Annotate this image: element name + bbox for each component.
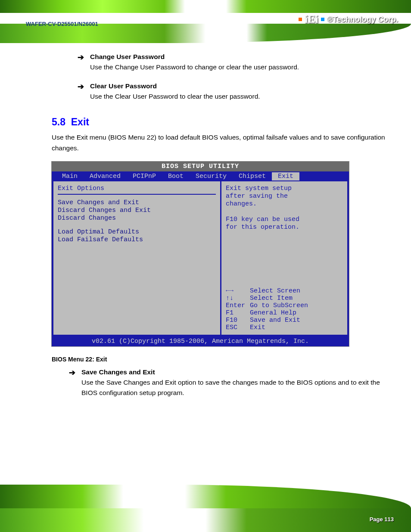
product-name: WAFER-CV-D25501/N26001 (26, 21, 98, 27)
logo-text: iEi (305, 13, 318, 26)
bios-key-desc: Exit (250, 324, 265, 331)
bios-tab-pcipnp[interactable]: PCIPnP (127, 172, 162, 180)
page-number: Page 113 (370, 516, 394, 523)
bios-key-desc: General Help (250, 309, 296, 317)
bios-right-panel: Exit system setupafter saving thechanges… (221, 181, 347, 335)
section-name: Exit (71, 116, 89, 128)
bios-footer: v02.61 (C)Copyright 1985-2006, American … (52, 336, 349, 346)
header-strip-1 (0, 0, 411, 13)
bios-title: BIOS SETUP UTILITY (52, 162, 349, 171)
bios-key: F1 (226, 309, 250, 317)
bios-key-row: ↑↓Select Item (226, 295, 343, 302)
bios-body: Exit Options Save Changes and ExitDiscar… (52, 181, 349, 336)
bullet-text: Use the Change User Password to change o… (90, 63, 299, 71)
page-footer-band: Page 113 (0, 485, 411, 532)
bios-help-line: changes. (226, 200, 343, 208)
page-header-band: iEi ®Technology Corp. WAFER-CV-D25501/N2… (0, 0, 411, 43)
bios-window: BIOS SETUP UTILITY MainAdvancedPCIPnPBoo… (52, 162, 349, 346)
bios-key-row: ←→Select Screen (226, 287, 343, 295)
bios-options-list: Save Changes and ExitDiscard Changes and… (58, 199, 216, 243)
section-paragraph: Use the Exit menu (BIOS Menu 22) to load… (52, 132, 385, 154)
bullet-save-changes-exit: ➔ Save Changes and Exit Use the Save Cha… (69, 367, 385, 398)
bullet-head: Save Changes and Exit (81, 368, 155, 376)
bios-help-text: Exit system setupafter saving thechanges… (226, 185, 343, 231)
figure-caption: BIOS Menu 22: Exit (52, 356, 385, 363)
bios-option[interactable]: Discard Changes and Exit (58, 207, 216, 214)
bios-key: ←→ (226, 287, 250, 295)
bios-tabs: MainAdvancedPCIPnPBootSecurityChipsetExi… (52, 171, 349, 181)
bios-tab-security[interactable]: Security (190, 172, 233, 180)
bios-left-title: Exit Options (58, 185, 216, 195)
bullet-clear-user-password: ➔ Clear User Password Use the Clear User… (78, 81, 385, 102)
bullet-head: Change User Password (90, 53, 165, 60)
bullet-text: Use the Clear User Password to clear the… (90, 93, 260, 100)
bullet-body: Save Changes and Exit Use the Save Chang… (81, 367, 385, 398)
bios-key: ESC (226, 324, 250, 331)
arrow-icon: ➔ (69, 368, 75, 377)
bios-tab-boot[interactable]: Boot (162, 172, 190, 180)
bios-tab-advanced[interactable]: Advanced (84, 172, 127, 180)
page-content: ➔ Change User Password Use the Change Us… (0, 52, 411, 407)
bullet-text: Use the Save Changes and Exit option to … (81, 379, 380, 396)
footer-strip-2 (0, 508, 411, 532)
bios-help-line (226, 208, 343, 215)
bullet-change-user-password: ➔ Change User Password Use the Change Us… (78, 52, 385, 72)
logo-subtext: ®Technology Corp. (327, 15, 398, 24)
section-title: 5.8 Exit (52, 116, 385, 128)
bios-key-row: F10Save and Exit (226, 317, 343, 324)
bios-key: F10 (226, 317, 250, 324)
bios-left-panel: Exit Options Save Changes and ExitDiscar… (53, 181, 221, 335)
logo-square-blue-icon (321, 18, 324, 21)
bios-key: ↑↓ (226, 295, 250, 302)
bios-key: Enter (226, 302, 250, 309)
footer-strip-1 (0, 485, 411, 508)
bios-option[interactable]: Save Changes and Exit (58, 199, 216, 206)
bios-help-line: after saving the (226, 193, 343, 200)
bios-help-line: F10 key can be used (226, 216, 343, 223)
bullet-body: Change User Password Use the Change User… (90, 52, 385, 72)
bios-help-line: Exit system setup (226, 185, 343, 192)
bios-option[interactable]: Load Optimal Defaults (58, 228, 216, 236)
bullet-body: Clear User Password Use the Clear User P… (90, 81, 385, 102)
bios-option-gap (58, 222, 216, 228)
bios-key-desc: Select Screen (250, 287, 300, 295)
bios-key-legend: ←→Select Screen↑↓Select ItemEnterGo to S… (226, 287, 343, 331)
bios-key-row: ESCExit (226, 324, 343, 331)
bios-tab-chipset[interactable]: Chipset (233, 172, 272, 180)
bios-option[interactable]: Load Failsafe Defaults (58, 236, 216, 243)
arrow-icon: ➔ (78, 53, 84, 62)
bios-key-desc: Select Item (250, 295, 293, 302)
bios-key-row: F1General Help (226, 309, 343, 317)
bios-help-line: for this operation. (226, 224, 343, 231)
section-number: 5.8 (52, 116, 65, 128)
logo-square-orange-icon (299, 18, 302, 21)
bios-option[interactable]: Discard Changes (58, 215, 216, 222)
bios-key-desc: Go to SubScreen (250, 302, 308, 309)
arrow-icon: ➔ (78, 82, 84, 91)
logo-area: iEi ®Technology Corp. (299, 13, 398, 26)
bios-tab-exit[interactable]: Exit (272, 172, 299, 180)
bios-screenshot: BIOS SETUP UTILITY MainAdvancedPCIPnPBoo… (52, 162, 349, 346)
bios-tab-main[interactable]: Main (56, 172, 84, 180)
bios-key-desc: Save and Exit (250, 317, 300, 324)
bios-key-row: EnterGo to SubScreen (226, 302, 343, 309)
bullet-head: Clear User Password (90, 82, 157, 90)
